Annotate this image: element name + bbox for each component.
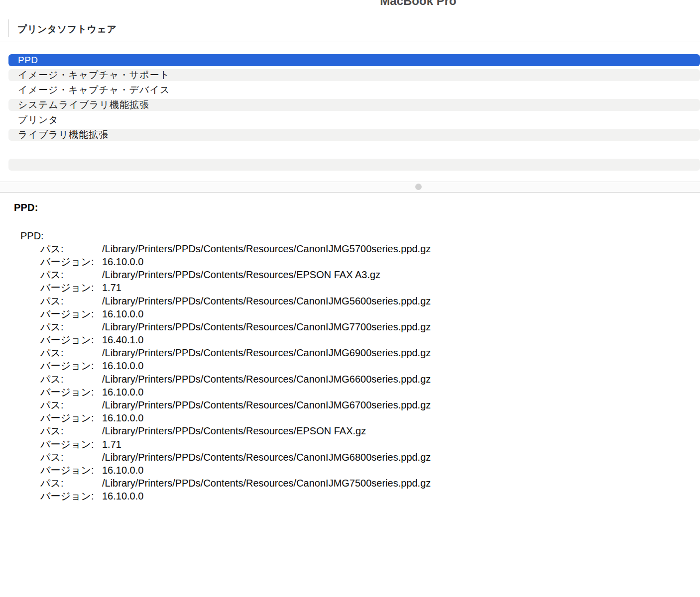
section-title: プリンタソフトウェア xyxy=(17,23,117,36)
ppd-subheading: PPD: xyxy=(0,229,700,242)
list-item-ppd[interactable]: PPD xyxy=(8,54,700,66)
version-value: 1.71 xyxy=(102,439,121,450)
list-item-empty-2 xyxy=(8,159,700,171)
version-label: バージョン: xyxy=(40,255,102,269)
path-label: パス: xyxy=(40,295,102,308)
ppd-entry-path-line: パス: /Library/Printers/PPDs/Contents/Reso… xyxy=(0,451,700,464)
list-item-library-extensions[interactable]: ライブラリ機能拡張 xyxy=(8,129,700,141)
ppd-entry-path-line: パス: /Library/Printers/PPDs/Contents/Reso… xyxy=(0,242,700,255)
path-value: /Library/Printers/PPDs/Contents/Resource… xyxy=(102,321,431,333)
detail-pane: PPD: PPD: パス: /Library/Printers/PPDs/Con… xyxy=(0,193,700,597)
path-label: パス: xyxy=(40,477,102,490)
version-value: 16.10.0.0 xyxy=(102,308,143,320)
list-item-system-library-extensions[interactable]: システムライブラリ機能拡張 xyxy=(8,99,700,111)
ppd-entry-path-line: パス: /Library/Printers/PPDs/Contents/Reso… xyxy=(0,347,700,360)
path-label: パス: xyxy=(40,242,102,256)
list-item-printers[interactable]: プリンタ xyxy=(8,114,700,126)
path-label: パス: xyxy=(40,398,102,412)
pane-splitter[interactable] xyxy=(0,182,700,193)
ppd-entry-path-line: パス: /Library/Printers/PPDs/Contents/Reso… xyxy=(0,425,700,438)
version-value: 16.40.1.0 xyxy=(102,334,143,346)
version-label: バージョン: xyxy=(40,333,102,347)
ppd-entry-path-line: パス: /Library/Printers/PPDs/Contents/Reso… xyxy=(0,320,700,333)
version-value: 16.10.0.0 xyxy=(102,360,143,372)
ppd-entry-path-line: パス: /Library/Printers/PPDs/Contents/Reso… xyxy=(0,269,700,282)
path-value: /Library/Printers/PPDs/Contents/Resource… xyxy=(102,478,431,489)
path-value: /Library/Printers/PPDs/Contents/Resource… xyxy=(102,452,431,463)
detail-heading: PPD: xyxy=(14,202,38,213)
version-value: 16.10.0.0 xyxy=(102,256,143,268)
version-value: 1.71 xyxy=(102,282,121,294)
path-label: パス: xyxy=(40,346,102,360)
path-value: /Library/Printers/PPDs/Contents/Resource… xyxy=(102,243,431,255)
path-label: パス: xyxy=(40,451,102,464)
version-label: バージョン: xyxy=(40,281,102,295)
ppd-detail-block: PPD: パス: /Library/Printers/PPDs/Contents… xyxy=(0,229,700,503)
version-label: バージョン: xyxy=(40,386,102,399)
path-label: パス: xyxy=(40,373,102,386)
path-value: /Library/Printers/PPDs/Contents/Resource… xyxy=(102,374,431,385)
header-divider xyxy=(0,41,700,41)
ppd-entry-version-line: バージョン: 16.10.0.0 xyxy=(0,412,700,425)
version-value: 16.10.0.0 xyxy=(102,412,143,424)
ppd-entry-path-line: パス: /Library/Printers/PPDs/Contents/Reso… xyxy=(0,373,700,386)
ppd-entry-version-line: バージョン: 16.10.0.0 xyxy=(0,386,700,398)
version-label: バージョン: xyxy=(40,464,102,477)
path-value: /Library/Printers/PPDs/Contents/Resource… xyxy=(102,347,431,359)
ppd-entry-version-line: バージョン: 16.40.1.0 xyxy=(0,334,700,347)
path-label: パス: xyxy=(40,320,102,334)
version-value: 16.10.0.0 xyxy=(102,387,143,398)
drag-handle-icon[interactable] xyxy=(415,184,422,190)
path-label: パス: xyxy=(40,424,102,438)
ppd-entry-version-line: バージョン: 1.71 xyxy=(0,438,700,451)
pane-edge-line xyxy=(8,19,9,37)
path-value: /Library/Printers/PPDs/Contents/Resource… xyxy=(102,269,380,281)
list-item-empty-1 xyxy=(8,144,700,156)
list-item-image-capture-support[interactable]: イメージ・キャプチャ・サポート xyxy=(8,69,700,81)
version-label: バージョン: xyxy=(40,438,102,451)
ppd-entry-version-line: バージョン: 16.10.0.0 xyxy=(0,360,700,373)
ppd-entry-version-line: バージョン: 16.10.0.0 xyxy=(0,464,700,477)
list-item-image-capture-devices[interactable]: イメージ・キャプチャ・デバイス xyxy=(8,84,700,96)
ppd-entry-path-line: パス: /Library/Printers/PPDs/Contents/Reso… xyxy=(0,477,700,490)
software-category-list: PPD イメージ・キャプチャ・サポート イメージ・キャプチャ・デバイス システム… xyxy=(8,54,700,174)
version-value: 16.10.0.0 xyxy=(102,491,143,502)
version-label: バージョン: xyxy=(40,490,102,503)
path-value: /Library/Printers/PPDs/Contents/Resource… xyxy=(102,399,431,411)
ppd-entry-version-line: バージョン: 16.10.0.0 xyxy=(0,490,700,503)
path-value: /Library/Printers/PPDs/Contents/Resource… xyxy=(102,425,366,437)
ppd-entry-version-line: バージョン: 1.71 xyxy=(0,282,700,295)
version-value: 16.10.0.0 xyxy=(102,465,143,476)
path-value: /Library/Printers/PPDs/Contents/Resource… xyxy=(102,296,431,307)
version-label: バージョン: xyxy=(40,359,102,373)
version-label: バージョン: xyxy=(40,411,102,425)
ppd-entry-path-line: パス: /Library/Printers/PPDs/Contents/Reso… xyxy=(0,295,700,307)
machine-model-title: MacBook Pro xyxy=(380,0,456,8)
ppd-entry-version-line: バージョン: 16.10.0.0 xyxy=(0,255,700,268)
ppd-entry-path-line: パス: /Library/Printers/PPDs/Contents/Reso… xyxy=(0,398,700,411)
ppd-entry-version-line: バージョン: 16.10.0.0 xyxy=(0,307,700,320)
path-label: パス: xyxy=(40,268,102,282)
version-label: バージョン: xyxy=(40,307,102,321)
